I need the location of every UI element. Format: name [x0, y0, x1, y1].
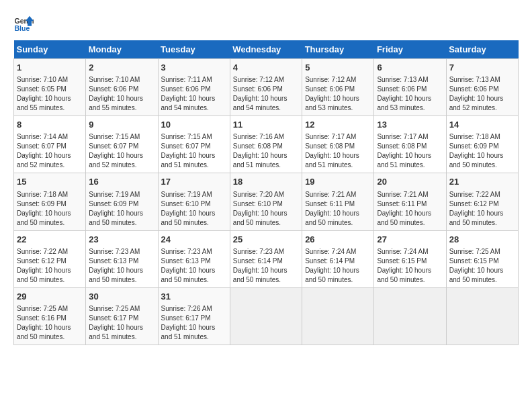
day-number: 11: [233, 119, 299, 131]
calendar-cell: 4Sunrise: 7:12 AM Sunset: 6:06 PM Daylig…: [230, 59, 302, 116]
calendar-body: 1Sunrise: 7:10 AM Sunset: 6:05 PM Daylig…: [14, 59, 519, 345]
calendar-cell: 31Sunrise: 7:26 AM Sunset: 6:17 PM Dayli…: [158, 287, 230, 345]
calendar-cell: 12Sunrise: 7:17 AM Sunset: 6:08 PM Dayli…: [302, 116, 374, 173]
calendar-cell: 17Sunrise: 7:19 AM Sunset: 6:10 PM Dayli…: [158, 173, 230, 230]
day-info: Sunrise: 7:25 AM Sunset: 6:16 PM Dayligh…: [17, 304, 83, 342]
day-info: Sunrise: 7:23 AM Sunset: 6:14 PM Dayligh…: [233, 247, 299, 285]
day-number: 2: [89, 62, 154, 74]
calendar-cell: 5Sunrise: 7:12 AM Sunset: 6:06 PM Daylig…: [302, 59, 374, 116]
logo: General Blue: [13, 13, 35, 34]
day-info: Sunrise: 7:25 AM Sunset: 6:15 PM Dayligh…: [449, 247, 515, 285]
header-row: SundayMondayTuesdayWednesdayThursdayFrid…: [14, 40, 519, 59]
calendar-cell: 23Sunrise: 7:23 AM Sunset: 6:13 PM Dayli…: [86, 230, 158, 287]
day-number: 30: [89, 291, 154, 303]
calendar-cell: 2Sunrise: 7:10 AM Sunset: 6:06 PM Daylig…: [86, 59, 158, 116]
header-day-saturday: Saturday: [446, 40, 518, 59]
calendar-cell: 22Sunrise: 7:22 AM Sunset: 6:12 PM Dayli…: [14, 230, 86, 287]
calendar-cell: 11Sunrise: 7:16 AM Sunset: 6:08 PM Dayli…: [230, 116, 302, 173]
day-number: 25: [233, 234, 299, 246]
day-number: 29: [17, 291, 83, 303]
day-info: Sunrise: 7:15 AM Sunset: 6:07 PM Dayligh…: [161, 132, 227, 170]
calendar-cell: 24Sunrise: 7:23 AM Sunset: 6:13 PM Dayli…: [158, 230, 230, 287]
day-info: Sunrise: 7:12 AM Sunset: 6:06 PM Dayligh…: [233, 75, 299, 113]
day-number: 31: [161, 291, 227, 303]
calendar-cell: 10Sunrise: 7:15 AM Sunset: 6:07 PM Dayli…: [158, 116, 230, 173]
calendar-cell: 9Sunrise: 7:15 AM Sunset: 6:07 PM Daylig…: [86, 116, 158, 173]
calendar-cell: 15Sunrise: 7:18 AM Sunset: 6:09 PM Dayli…: [14, 173, 86, 230]
calendar-cell: 7Sunrise: 7:13 AM Sunset: 6:06 PM Daylig…: [446, 59, 518, 116]
day-info: Sunrise: 7:21 AM Sunset: 6:11 PM Dayligh…: [377, 190, 443, 228]
day-info: Sunrise: 7:20 AM Sunset: 6:10 PM Dayligh…: [233, 190, 299, 228]
calendar-cell: [374, 287, 446, 345]
day-info: Sunrise: 7:24 AM Sunset: 6:15 PM Dayligh…: [377, 247, 443, 285]
header-day-thursday: Thursday: [302, 40, 374, 59]
day-number: 12: [305, 119, 371, 131]
calendar-cell: 29Sunrise: 7:25 AM Sunset: 6:16 PM Dayli…: [14, 287, 86, 345]
calendar-week-4: 22Sunrise: 7:22 AM Sunset: 6:12 PM Dayli…: [14, 230, 519, 287]
day-number: 6: [377, 62, 443, 74]
day-number: 26: [305, 234, 371, 246]
day-info: Sunrise: 7:10 AM Sunset: 6:06 PM Dayligh…: [89, 75, 154, 113]
day-number: 23: [89, 234, 154, 246]
logo-icon: General Blue: [13, 13, 34, 34]
calendar-cell: 26Sunrise: 7:24 AM Sunset: 6:14 PM Dayli…: [302, 230, 374, 287]
day-info: Sunrise: 7:14 AM Sunset: 6:07 PM Dayligh…: [17, 132, 83, 170]
calendar-cell: 19Sunrise: 7:21 AM Sunset: 6:11 PM Dayli…: [302, 173, 374, 230]
day-number: 14: [449, 119, 515, 131]
day-number: 1: [17, 62, 83, 74]
day-info: Sunrise: 7:19 AM Sunset: 6:10 PM Dayligh…: [161, 190, 227, 228]
calendar-cell: 27Sunrise: 7:24 AM Sunset: 6:15 PM Dayli…: [374, 230, 446, 287]
day-number: 27: [377, 234, 443, 246]
day-number: 10: [161, 119, 227, 131]
svg-text:Blue: Blue: [15, 24, 30, 32]
header-day-sunday: Sunday: [14, 40, 86, 59]
calendar-cell: 3Sunrise: 7:11 AM Sunset: 6:06 PM Daylig…: [158, 59, 230, 116]
header-day-tuesday: Tuesday: [158, 40, 230, 59]
day-number: 28: [449, 234, 515, 246]
calendar-cell: 28Sunrise: 7:25 AM Sunset: 6:15 PM Dayli…: [446, 230, 518, 287]
day-number: 19: [305, 176, 371, 188]
day-number: 24: [161, 234, 227, 246]
calendar-cell: 20Sunrise: 7:21 AM Sunset: 6:11 PM Dayli…: [374, 173, 446, 230]
day-number: 5: [305, 62, 371, 74]
calendar-header: SundayMondayTuesdayWednesdayThursdayFrid…: [14, 40, 519, 59]
day-info: Sunrise: 7:11 AM Sunset: 6:06 PM Dayligh…: [161, 75, 227, 113]
day-number: 8: [17, 119, 83, 131]
day-number: 9: [89, 119, 154, 131]
day-info: Sunrise: 7:15 AM Sunset: 6:07 PM Dayligh…: [89, 132, 154, 170]
day-info: Sunrise: 7:13 AM Sunset: 6:06 PM Dayligh…: [377, 75, 443, 113]
calendar-cell: 8Sunrise: 7:14 AM Sunset: 6:07 PM Daylig…: [14, 116, 86, 173]
day-info: Sunrise: 7:17 AM Sunset: 6:08 PM Dayligh…: [305, 132, 371, 170]
day-info: Sunrise: 7:17 AM Sunset: 6:08 PM Dayligh…: [377, 132, 443, 170]
calendar-week-1: 1Sunrise: 7:10 AM Sunset: 6:05 PM Daylig…: [14, 59, 519, 116]
day-info: Sunrise: 7:18 AM Sunset: 6:09 PM Dayligh…: [17, 190, 83, 228]
day-number: 18: [233, 176, 299, 188]
calendar-cell: 25Sunrise: 7:23 AM Sunset: 6:14 PM Dayli…: [230, 230, 302, 287]
calendar-cell: 14Sunrise: 7:18 AM Sunset: 6:09 PM Dayli…: [446, 116, 518, 173]
calendar-cell: [230, 287, 302, 345]
calendar-cell: [302, 287, 374, 345]
day-number: 15: [17, 176, 83, 188]
calendar-cell: 30Sunrise: 7:25 AM Sunset: 6:17 PM Dayli…: [86, 287, 158, 345]
day-info: Sunrise: 7:22 AM Sunset: 6:12 PM Dayligh…: [17, 247, 83, 285]
day-info: Sunrise: 7:23 AM Sunset: 6:13 PM Dayligh…: [89, 247, 154, 285]
day-info: Sunrise: 7:10 AM Sunset: 6:05 PM Dayligh…: [17, 75, 83, 113]
day-info: Sunrise: 7:13 AM Sunset: 6:06 PM Dayligh…: [449, 75, 515, 113]
day-number: 4: [233, 62, 299, 74]
day-number: 3: [161, 62, 227, 74]
day-number: 17: [161, 176, 227, 188]
day-info: Sunrise: 7:23 AM Sunset: 6:13 PM Dayligh…: [161, 247, 227, 285]
calendar-week-5: 29Sunrise: 7:25 AM Sunset: 6:16 PM Dayli…: [14, 287, 519, 345]
day-number: 21: [449, 176, 515, 188]
calendar-cell: 21Sunrise: 7:22 AM Sunset: 6:12 PM Dayli…: [446, 173, 518, 230]
day-number: 16: [89, 176, 154, 188]
day-info: Sunrise: 7:12 AM Sunset: 6:06 PM Dayligh…: [305, 75, 371, 113]
calendar-cell: [446, 287, 518, 345]
day-info: Sunrise: 7:21 AM Sunset: 6:11 PM Dayligh…: [305, 190, 371, 228]
day-info: Sunrise: 7:18 AM Sunset: 6:09 PM Dayligh…: [449, 132, 515, 170]
day-number: 7: [449, 62, 515, 74]
day-info: Sunrise: 7:16 AM Sunset: 6:08 PM Dayligh…: [233, 132, 299, 170]
calendar-cell: 16Sunrise: 7:19 AM Sunset: 6:09 PM Dayli…: [86, 173, 158, 230]
day-info: Sunrise: 7:22 AM Sunset: 6:12 PM Dayligh…: [449, 190, 515, 228]
header-day-wednesday: Wednesday: [230, 40, 302, 59]
